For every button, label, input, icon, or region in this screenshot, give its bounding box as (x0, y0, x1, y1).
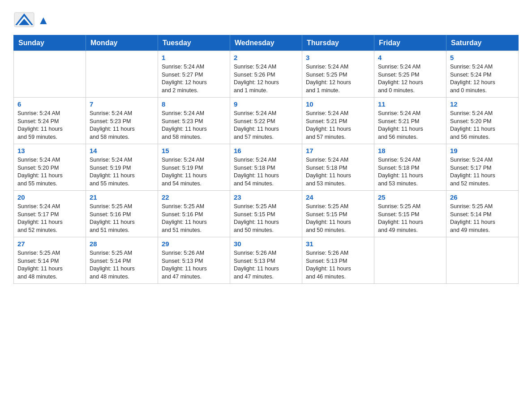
day-number: 2 (234, 54, 298, 61)
day-number: 21 (90, 193, 154, 201)
day-info: Sunrise: 5:24 AMSunset: 5:23 PMDaylight:… (90, 110, 154, 141)
day-info: Sunrise: 5:25 AMSunset: 5:14 PMDaylight:… (90, 249, 154, 281)
day-info: Sunrise: 5:24 AMSunset: 5:19 PMDaylight:… (90, 156, 154, 188)
day-cell-31: 31Sunrise: 5:26 AMSunset: 5:13 PMDayligh… (302, 237, 374, 284)
day-number: 19 (450, 147, 515, 154)
day-cell-23: 23Sunrise: 5:25 AMSunset: 5:15 PMDayligh… (230, 191, 302, 237)
day-number: 5 (450, 54, 515, 61)
day-number: 25 (378, 193, 442, 201)
day-number: 14 (90, 147, 154, 154)
day-info: Sunrise: 5:24 AMSunset: 5:22 PMDaylight:… (234, 110, 298, 141)
day-info: Sunrise: 5:26 AMSunset: 5:13 PMDaylight:… (234, 249, 298, 281)
day-cell-11: 11Sunrise: 5:24 AMSunset: 5:21 PMDayligh… (374, 98, 446, 144)
logo-icon (13, 9, 35, 30)
day-cell-4: 4Sunrise: 5:24 AMSunset: 5:25 PMDaylight… (374, 51, 446, 98)
day-cell-25: 25Sunrise: 5:25 AMSunset: 5:15 PMDayligh… (374, 191, 446, 237)
day-info: Sunrise: 5:25 AMSunset: 5:15 PMDaylight:… (306, 203, 370, 234)
day-cell-15: 15Sunrise: 5:24 AMSunset: 5:19 PMDayligh… (158, 144, 230, 191)
day-info: Sunrise: 5:24 AMSunset: 5:18 PMDaylight:… (234, 156, 298, 188)
logo-text: ▲ (38, 14, 49, 27)
weekday-header-monday: Monday (86, 35, 158, 51)
day-info: Sunrise: 5:24 AMSunset: 5:21 PMDaylight:… (378, 110, 442, 141)
day-cell-22: 22Sunrise: 5:25 AMSunset: 5:16 PMDayligh… (158, 191, 230, 237)
day-info: Sunrise: 5:24 AMSunset: 5:21 PMDaylight:… (306, 110, 370, 141)
day-cell-20: 20Sunrise: 5:24 AMSunset: 5:17 PMDayligh… (14, 191, 86, 237)
day-cell-3: 3Sunrise: 5:24 AMSunset: 5:25 PMDaylight… (302, 51, 374, 98)
weekday-header-tuesday: Tuesday (158, 35, 230, 51)
day-number: 17 (306, 147, 370, 154)
day-number: 13 (17, 147, 82, 154)
logo-area: ▲ (13, 9, 49, 30)
day-number: 4 (378, 54, 442, 61)
day-cell-12: 12Sunrise: 5:24 AMSunset: 5:20 PMDayligh… (446, 98, 519, 144)
day-cell-8: 8Sunrise: 5:24 AMSunset: 5:23 PMDaylight… (158, 98, 230, 144)
day-number: 20 (17, 193, 82, 201)
day-number: 29 (162, 240, 226, 248)
weekday-header-sunday: Sunday (14, 35, 86, 51)
day-info: Sunrise: 5:25 AMSunset: 5:14 PMDaylight:… (450, 203, 515, 234)
logo: ▲ (13, 9, 49, 30)
day-info: Sunrise: 5:24 AMSunset: 5:18 PMDaylight:… (378, 156, 442, 188)
day-cell-21: 21Sunrise: 5:25 AMSunset: 5:16 PMDayligh… (86, 191, 158, 237)
day-info: Sunrise: 5:24 AMSunset: 5:19 PMDaylight:… (162, 156, 226, 188)
weekday-header-wednesday: Wednesday (230, 35, 302, 51)
day-info: Sunrise: 5:25 AMSunset: 5:15 PMDaylight:… (378, 203, 442, 234)
day-number: 7 (90, 100, 154, 108)
day-cell-10: 10Sunrise: 5:24 AMSunset: 5:21 PMDayligh… (302, 98, 374, 144)
day-cell-27: 27Sunrise: 5:25 AMSunset: 5:14 PMDayligh… (14, 237, 86, 284)
weekday-header-saturday: Saturday (446, 35, 519, 51)
day-cell-30: 30Sunrise: 5:26 AMSunset: 5:13 PMDayligh… (230, 237, 302, 284)
day-cell-19: 19Sunrise: 5:24 AMSunset: 5:17 PMDayligh… (446, 144, 519, 191)
day-number: 18 (378, 147, 442, 154)
day-cell-26: 26Sunrise: 5:25 AMSunset: 5:14 PMDayligh… (446, 191, 519, 237)
day-number: 1 (162, 54, 226, 61)
day-cell-28: 28Sunrise: 5:25 AMSunset: 5:14 PMDayligh… (86, 237, 158, 284)
day-number: 15 (162, 147, 226, 154)
day-info: Sunrise: 5:24 AMSunset: 5:20 PMDaylight:… (17, 156, 82, 188)
day-cell-24: 24Sunrise: 5:25 AMSunset: 5:15 PMDayligh… (302, 191, 374, 237)
day-number: 27 (17, 240, 82, 248)
day-number: 24 (306, 193, 370, 201)
day-info: Sunrise: 5:24 AMSunset: 5:23 PMDaylight:… (162, 110, 226, 141)
week-row-5: 27Sunrise: 5:25 AMSunset: 5:14 PMDayligh… (14, 237, 519, 284)
day-cell-13: 13Sunrise: 5:24 AMSunset: 5:20 PMDayligh… (14, 144, 86, 191)
day-cell-2: 2Sunrise: 5:24 AMSunset: 5:26 PMDaylight… (230, 51, 302, 98)
day-info: Sunrise: 5:24 AMSunset: 5:26 PMDaylight:… (234, 63, 298, 94)
empty-cell (14, 51, 86, 98)
day-cell-6: 6Sunrise: 5:24 AMSunset: 5:24 PMDaylight… (14, 98, 86, 144)
day-cell-16: 16Sunrise: 5:24 AMSunset: 5:18 PMDayligh… (230, 144, 302, 191)
day-info: Sunrise: 5:24 AMSunset: 5:25 PMDaylight:… (378, 63, 442, 94)
day-number: 16 (234, 147, 298, 154)
calendar-table: SundayMondayTuesdayWednesdayThursdayFrid… (13, 35, 519, 284)
day-info: Sunrise: 5:24 AMSunset: 5:18 PMDaylight:… (306, 156, 370, 188)
week-row-2: 6Sunrise: 5:24 AMSunset: 5:24 PMDaylight… (14, 98, 519, 144)
day-number: 11 (378, 100, 442, 108)
day-info: Sunrise: 5:25 AMSunset: 5:16 PMDaylight:… (90, 203, 154, 234)
week-row-3: 13Sunrise: 5:24 AMSunset: 5:20 PMDayligh… (14, 144, 519, 191)
day-info: Sunrise: 5:24 AMSunset: 5:20 PMDaylight:… (450, 110, 515, 141)
day-info: Sunrise: 5:24 AMSunset: 5:24 PMDaylight:… (450, 63, 515, 94)
day-info: Sunrise: 5:25 AMSunset: 5:16 PMDaylight:… (162, 203, 226, 234)
day-cell-9: 9Sunrise: 5:24 AMSunset: 5:22 PMDaylight… (230, 98, 302, 144)
day-info: Sunrise: 5:24 AMSunset: 5:24 PMDaylight:… (17, 110, 82, 141)
day-cell-7: 7Sunrise: 5:24 AMSunset: 5:23 PMDaylight… (86, 98, 158, 144)
day-info: Sunrise: 5:24 AMSunset: 5:27 PMDaylight:… (162, 63, 226, 94)
day-info: Sunrise: 5:24 AMSunset: 5:17 PMDaylight:… (17, 203, 82, 234)
day-info: Sunrise: 5:25 AMSunset: 5:14 PMDaylight:… (17, 249, 82, 281)
day-cell-1: 1Sunrise: 5:24 AMSunset: 5:27 PMDaylight… (158, 51, 230, 98)
day-cell-18: 18Sunrise: 5:24 AMSunset: 5:18 PMDayligh… (374, 144, 446, 191)
week-row-1: 1Sunrise: 5:24 AMSunset: 5:27 PMDaylight… (14, 51, 519, 98)
empty-cell (446, 237, 519, 284)
day-number: 8 (162, 100, 226, 108)
day-number: 12 (450, 100, 515, 108)
day-number: 26 (450, 193, 515, 201)
day-number: 9 (234, 100, 298, 108)
day-number: 10 (306, 100, 370, 108)
page-header: ▲ (13, 9, 519, 30)
weekday-header-friday: Friday (374, 35, 446, 51)
week-row-4: 20Sunrise: 5:24 AMSunset: 5:17 PMDayligh… (14, 191, 519, 237)
day-number: 23 (234, 193, 298, 201)
day-info: Sunrise: 5:26 AMSunset: 5:13 PMDaylight:… (162, 249, 226, 281)
day-cell-5: 5Sunrise: 5:24 AMSunset: 5:24 PMDaylight… (446, 51, 519, 98)
day-info: Sunrise: 5:26 AMSunset: 5:13 PMDaylight:… (306, 249, 370, 281)
